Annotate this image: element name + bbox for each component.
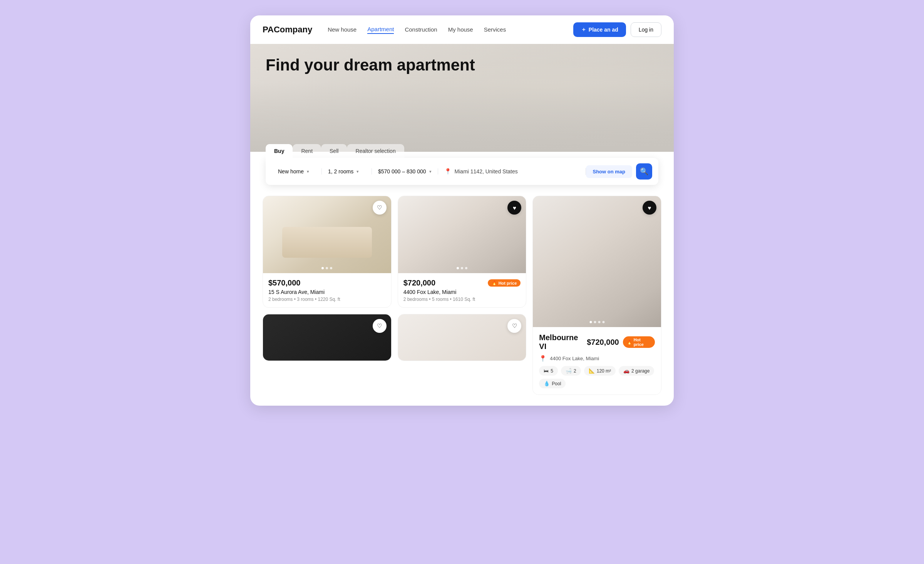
dot-3 (598, 321, 600, 323)
dot-2 (326, 267, 328, 269)
hero-section: Find your dream apartment (250, 44, 674, 152)
pool-icon: 💧 (544, 381, 550, 386)
listing-1-favorite-button[interactable]: ♡ (373, 201, 387, 215)
listing-stub-2-favorite-button[interactable]: ♡ (507, 319, 521, 333)
plus-icon: ＋ (581, 26, 586, 33)
listings-col-3: ♥ Melbourne VI $720,000 (532, 196, 661, 395)
chevron-down-icon-rooms: ▾ (357, 169, 359, 174)
listings-col-2: ♥ $720,000 🔥 Hot price (398, 196, 527, 395)
area-icon: 📐 (589, 368, 595, 374)
rooms-select[interactable]: 1, 2 rooms ▾ (322, 168, 372, 175)
bed-icon: 🛏 (544, 368, 549, 374)
listing-large-hot-badge: 🔥 Hot price (623, 336, 655, 348)
location-field[interactable]: 📍 Miami 1142, United States (438, 168, 586, 175)
listing-card-2-info: $720,000 🔥 Hot price 4400 Fox Lake, Miam… (398, 273, 526, 307)
listing-2-price-row: $720,000 🔥 Hot price (403, 279, 521, 287)
search-icon: 🔍 (640, 167, 648, 176)
listing-card-2-image: ♥ (398, 196, 526, 273)
hero-sofa-decoration (250, 82, 674, 152)
listing-large-image: ♥ (533, 196, 661, 327)
dot-4 (602, 321, 604, 323)
garage-icon: 🚗 (623, 368, 629, 374)
listing-stub-1-favorite-button[interactable]: ♡ (373, 319, 387, 333)
flame-icon-large: 🔥 (627, 340, 632, 345)
rooms-value: 1, 2 rooms (328, 168, 353, 175)
price-select[interactable]: $570 000 – 830 000 ▾ (372, 168, 438, 175)
nav-item-my-house[interactable]: My house (448, 26, 473, 34)
listing-card-stub-1[interactable]: ♡ (263, 314, 392, 361)
listing-2-dots (457, 267, 467, 269)
spec-garage: 🚗 2 garage (619, 366, 654, 376)
listing-large-info: Melbourne VI $720,000 🔥 Hot price 📍 (533, 327, 661, 394)
listing-large-dots (589, 321, 604, 323)
tab-buy[interactable]: Buy (266, 144, 293, 158)
search-button[interactable]: 🔍 (636, 163, 652, 180)
hero-content: Find your dream apartment (250, 44, 674, 74)
listing-1-price-row: $570,000 (268, 279, 386, 287)
listing-card-1[interactable]: ♡ $570,000 15 S Aurora Ave, Miami 2 bedr… (263, 196, 392, 308)
dot-1 (457, 267, 459, 269)
main-nav: New house Apartment Construction My hous… (328, 26, 558, 34)
listing-card-1-info: $570,000 15 S Aurora Ave, Miami 2 bedroo… (263, 273, 391, 307)
location-icon: 📍 (539, 355, 547, 362)
dot-2 (461, 267, 463, 269)
listing-large-title: Melbourne VI (539, 333, 587, 351)
spec-baths: 🛁 2 (561, 366, 581, 376)
property-type-select[interactable]: New home ▾ (272, 168, 322, 175)
show-on-map-button[interactable]: Show on map (586, 165, 633, 178)
tab-sell[interactable]: Sell (321, 144, 347, 158)
spec-area: 📐 120 m² (584, 366, 616, 376)
logo: PACompany (263, 25, 312, 35)
chevron-down-icon-price: ▾ (429, 169, 432, 174)
listing-large-address: 4400 Fox Lake, Miami (550, 356, 599, 361)
listing-1-dots (321, 267, 332, 269)
listing-large-favorite-button[interactable]: ♥ (643, 201, 656, 215)
search-bar-wrapper: Buy Rent Sell Realtor selection New home… (266, 144, 658, 185)
nav-item-apartment[interactable]: Apartment (367, 26, 394, 34)
listing-large-address-row: 📍 4400 Fox Lake, Miami (539, 355, 655, 362)
listing-large-title-row: Melbourne VI $720,000 🔥 Hot price (539, 333, 655, 351)
bath-icon: 🛁 (566, 368, 572, 374)
nav-item-services[interactable]: Services (484, 26, 506, 34)
tab-rent[interactable]: Rent (293, 144, 321, 158)
listing-2-address: 4400 Fox Lake, Miami (403, 289, 521, 295)
listing-card-2[interactable]: ♥ $720,000 🔥 Hot price (398, 196, 527, 308)
listings-section: ♡ $570,000 15 S Aurora Ave, Miami 2 bedr… (250, 185, 674, 406)
listing-2-price: $720,000 (403, 279, 435, 287)
listing-2-meta: 2 bedrooms • 5 rooms • 1610 Sq. ft (403, 297, 521, 302)
listing-large-specs: 🛏 5 🛁 2 📐 120 m² (539, 366, 655, 388)
header: PACompany New house Apartment Constructi… (250, 15, 674, 44)
app-container: PACompany New house Apartment Constructi… (250, 15, 674, 406)
listing-card-large[interactable]: ♥ Melbourne VI $720,000 (532, 196, 661, 395)
search-form: New home ▾ 1, 2 rooms ▾ $570 000 – 830 0… (266, 158, 658, 185)
listing-large-price: $720,000 (587, 338, 619, 347)
dot-3 (330, 267, 332, 269)
location-pin-icon: 📍 (444, 168, 452, 175)
spec-beds: 🛏 5 (539, 366, 558, 376)
listing-card-1-image: ♡ (263, 196, 391, 273)
price-value: $570 000 – 830 000 (378, 168, 426, 175)
location-value: Miami 1142, United States (455, 168, 518, 175)
chevron-down-icon: ▾ (307, 169, 309, 174)
flame-icon: 🔥 (492, 280, 497, 285)
listing-stub-1-image: ♡ (263, 314, 391, 361)
listing-2-favorite-button[interactable]: ♥ (507, 201, 521, 215)
listing-1-meta: 2 bedrooms • 3 rooms • 1220 Sq. ft (268, 297, 386, 302)
search-tabs: Buy Rent Sell Realtor selection (266, 144, 658, 158)
tab-realtor-selection[interactable]: Realtor selection (347, 144, 404, 158)
listing-1-address: 15 S Aurora Ave, Miami (268, 289, 386, 295)
nav-item-new-house[interactable]: New house (328, 26, 357, 34)
login-button[interactable]: Log in (631, 22, 661, 37)
property-type-value: New home (278, 168, 304, 175)
hero-title: Find your dream apartment (266, 56, 481, 74)
listings-col-1: ♡ $570,000 15 S Aurora Ave, Miami 2 bedr… (263, 196, 392, 395)
dot-1 (321, 267, 324, 269)
place-ad-button[interactable]: ＋ Place an ad (573, 22, 626, 37)
listing-card-stub-2[interactable]: ♡ (398, 314, 527, 361)
dot-3 (465, 267, 467, 269)
listing-stub-2-image: ♡ (398, 314, 526, 361)
listings-grid: ♡ $570,000 15 S Aurora Ave, Miami 2 bedr… (263, 196, 661, 395)
dot-1 (589, 321, 592, 323)
spec-pool: 💧 Pool (539, 379, 566, 388)
nav-item-construction[interactable]: Construction (405, 26, 437, 34)
